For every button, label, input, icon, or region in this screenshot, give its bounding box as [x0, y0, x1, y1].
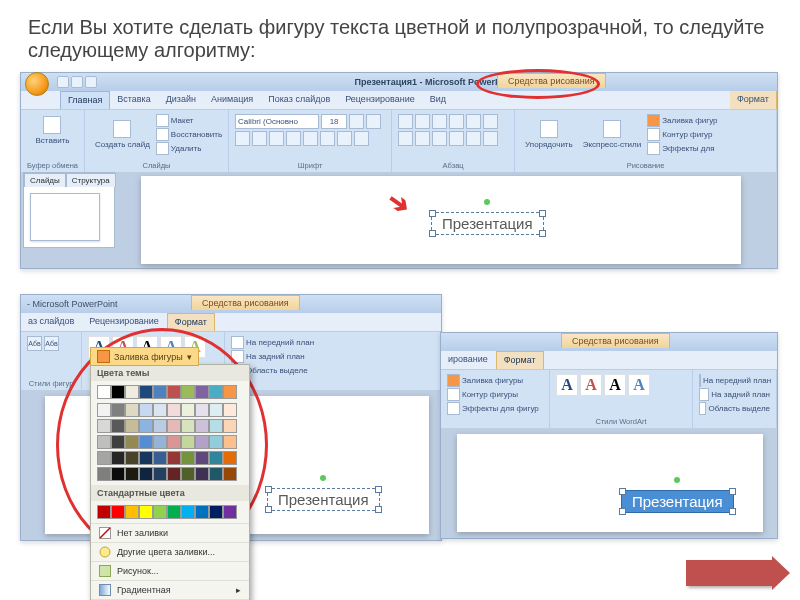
- color-swatch[interactable]: [223, 419, 237, 433]
- color-swatch[interactable]: [223, 505, 237, 519]
- color-swatch[interactable]: [223, 451, 237, 465]
- send-back-button-br[interactable]: На задний план: [699, 388, 770, 401]
- color-swatch[interactable]: [111, 467, 125, 481]
- color-swatch[interactable]: [223, 403, 237, 417]
- color-swatch[interactable]: [97, 451, 111, 465]
- color-swatch[interactable]: [195, 385, 209, 399]
- color-swatch[interactable]: [167, 435, 181, 449]
- shape-btn-1[interactable]: Абв: [27, 336, 42, 351]
- color-swatch[interactable]: [209, 385, 223, 399]
- color-swatch[interactable]: [97, 385, 111, 399]
- tab-review-bl[interactable]: Рецензирование: [82, 313, 167, 331]
- no-fill-item[interactable]: Нет заливки: [91, 523, 249, 542]
- shadow-button[interactable]: [303, 131, 318, 146]
- color-swatch[interactable]: [97, 435, 111, 449]
- theme-color-swatches[interactable]: [91, 381, 249, 403]
- bring-front-button[interactable]: На передний план: [231, 336, 434, 349]
- color-swatch[interactable]: [209, 435, 223, 449]
- color-swatch[interactable]: [195, 467, 209, 481]
- new-slide-button[interactable]: Создать слайд: [91, 118, 154, 151]
- tab-home[interactable]: Главная: [60, 91, 110, 109]
- underline-button[interactable]: [269, 131, 284, 146]
- bold-button[interactable]: [235, 131, 250, 146]
- color-swatch[interactable]: [195, 451, 209, 465]
- panel-tab-slides[interactable]: Слайды: [24, 173, 66, 187]
- color-swatch[interactable]: [181, 385, 195, 399]
- color-swatch[interactable]: [167, 505, 181, 519]
- color-swatch[interactable]: [181, 451, 195, 465]
- wordart-gallery-br[interactable]: A A A A: [556, 374, 686, 396]
- color-swatch[interactable]: [181, 467, 195, 481]
- font-name-combo[interactable]: Calibri (Основно: [235, 114, 319, 129]
- slide-thumbnail[interactable]: [30, 193, 100, 241]
- color-swatch[interactable]: [111, 385, 125, 399]
- tab-animation[interactable]: Анимация: [204, 91, 261, 109]
- tab-format-br[interactable]: Формат: [496, 351, 544, 369]
- color-swatch[interactable]: [139, 403, 153, 417]
- color-swatch[interactable]: [209, 505, 223, 519]
- color-swatch[interactable]: [111, 435, 125, 449]
- color-swatch[interactable]: [209, 419, 223, 433]
- spacing-button[interactable]: [320, 131, 335, 146]
- more-colors-item[interactable]: Другие цвета заливки...: [91, 542, 249, 561]
- tab-review-partial[interactable]: ирование: [441, 351, 496, 369]
- color-swatch[interactable]: [209, 451, 223, 465]
- shrink-font-button[interactable]: [366, 114, 381, 129]
- italic-button[interactable]: [252, 131, 267, 146]
- color-swatch[interactable]: [153, 419, 167, 433]
- shape-fill-split-button[interactable]: Заливка фигуры▾: [90, 347, 199, 366]
- arrange-button[interactable]: Упорядочить: [521, 118, 577, 151]
- color-swatch[interactable]: [97, 403, 111, 417]
- color-swatch[interactable]: [195, 403, 209, 417]
- color-swatch[interactable]: [125, 385, 139, 399]
- color-swatch[interactable]: [97, 505, 111, 519]
- color-swatch[interactable]: [139, 505, 153, 519]
- tab-slideshow-partial[interactable]: аз слайдов: [21, 313, 82, 331]
- shape-effects-button[interactable]: Эффекты для: [647, 142, 717, 155]
- delete-button[interactable]: Удалить: [156, 142, 222, 155]
- color-swatch[interactable]: [111, 419, 125, 433]
- font-size-combo[interactable]: 18: [321, 114, 347, 129]
- shape-outline-button[interactable]: Контур фигур: [647, 128, 717, 141]
- color-swatch[interactable]: [153, 435, 167, 449]
- color-swatch[interactable]: [153, 385, 167, 399]
- color-swatch[interactable]: [97, 467, 111, 481]
- strike-button[interactable]: [286, 131, 301, 146]
- color-swatch[interactable]: [111, 505, 125, 519]
- color-swatch[interactable]: [167, 403, 181, 417]
- color-swatch[interactable]: [139, 419, 153, 433]
- quick-styles-button[interactable]: Экспресс-стили: [579, 118, 646, 151]
- case-button[interactable]: [337, 131, 352, 146]
- color-swatch[interactable]: [125, 435, 139, 449]
- font-color-button[interactable]: [354, 131, 369, 146]
- color-swatch[interactable]: [223, 385, 237, 399]
- theme-shade-swatches[interactable]: [91, 403, 249, 485]
- color-swatch[interactable]: [153, 505, 167, 519]
- color-swatch[interactable]: [153, 403, 167, 417]
- color-swatch[interactable]: [139, 451, 153, 465]
- color-swatch[interactable]: [223, 467, 237, 481]
- color-swatch[interactable]: [181, 435, 195, 449]
- text-shape-selected[interactable]: Презентация: [431, 212, 544, 235]
- color-swatch[interactable]: [209, 403, 223, 417]
- color-swatch[interactable]: [139, 385, 153, 399]
- shape-outline-button-br[interactable]: Контур фигуры: [447, 388, 543, 401]
- tab-design[interactable]: Дизайн: [159, 91, 204, 109]
- layout-button[interactable]: Макет: [156, 114, 222, 127]
- tab-review[interactable]: Рецензирование: [338, 91, 423, 109]
- grow-font-button[interactable]: [349, 114, 364, 129]
- send-back-button[interactable]: На задний план: [231, 350, 434, 363]
- text-shape-bl[interactable]: Презентация: [267, 488, 380, 511]
- color-swatch[interactable]: [153, 451, 167, 465]
- color-swatch[interactable]: [125, 419, 139, 433]
- color-swatch[interactable]: [111, 403, 125, 417]
- bring-front-button-br[interactable]: На передний план: [699, 374, 770, 387]
- color-swatch[interactable]: [167, 451, 181, 465]
- tab-view[interactable]: Вид: [423, 91, 454, 109]
- selection-pane-button-br[interactable]: Область выделе: [699, 402, 770, 415]
- color-swatch[interactable]: [181, 419, 195, 433]
- color-swatch[interactable]: [153, 467, 167, 481]
- color-swatch[interactable]: [195, 419, 209, 433]
- color-swatch[interactable]: [139, 435, 153, 449]
- tab-slideshow[interactable]: Показ слайдов: [261, 91, 338, 109]
